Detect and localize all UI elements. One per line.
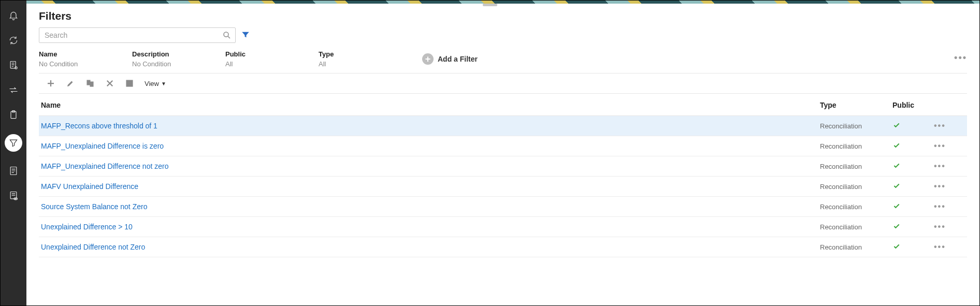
left-nav-sidebar — [1, 1, 26, 305]
filter-col-public[interactable]: Public All — [225, 50, 287, 68]
filter-value: All — [225, 60, 287, 68]
filter-value: All — [319, 60, 381, 68]
filter-col-description[interactable]: Description No Condition — [132, 50, 194, 68]
filter-bar: Name No Condition Description No Conditi… — [39, 45, 967, 74]
duplicate-button[interactable] — [85, 79, 95, 88]
filter-value: No Condition — [39, 60, 101, 68]
arrows-horizontal-icon[interactable] — [8, 84, 19, 96]
row-actions-icon[interactable]: ••• — [934, 242, 965, 252]
clipboard-icon[interactable] — [8, 109, 19, 121]
row-type: Reconciliation — [820, 223, 892, 231]
col-header-public[interactable]: Public — [892, 101, 934, 109]
add-filter-label: Add a Filter — [438, 55, 478, 63]
svg-point-7 — [16, 198, 16, 199]
table-row[interactable]: Source System Balance not ZeroReconcilia… — [39, 197, 967, 217]
filter-name-link[interactable]: MAFP_Unexplained Difference not zero — [41, 162, 168, 170]
view-label: View — [145, 80, 159, 88]
filter-name-link[interactable]: Unexplained Difference > 10 — [41, 223, 133, 231]
row-actions-icon[interactable]: ••• — [934, 222, 965, 231]
svg-rect-9 — [87, 80, 90, 85]
filter-col-name[interactable]: Name No Condition — [39, 50, 101, 68]
edit-button[interactable] — [66, 79, 75, 88]
caret-down-icon: ▼ — [161, 81, 166, 86]
row-public-check-icon — [892, 182, 934, 191]
delete-button[interactable] — [105, 79, 114, 88]
row-public-check-icon — [892, 202, 934, 211]
filter-label: Description — [132, 50, 194, 58]
svg-point-8 — [224, 32, 228, 37]
row-actions-icon[interactable]: ••• — [934, 121, 965, 130]
filter-name-link[interactable]: Unexplained Difference not Zero — [41, 243, 145, 251]
new-button[interactable] — [46, 79, 55, 88]
publish-button[interactable] — [125, 79, 134, 88]
table-row[interactable]: MAFV Unexplained DifferenceReconciliatio… — [39, 177, 967, 197]
table-row[interactable]: MAFP_Unexplained Difference is zeroRecon… — [39, 136, 967, 156]
row-type: Reconciliation — [820, 183, 892, 191]
filter-label: Name — [39, 50, 101, 58]
document-gear-icon[interactable] — [8, 60, 19, 71]
grid-header-row: Name Type Public — [39, 94, 967, 116]
add-filter-button[interactable]: + Add a Filter — [422, 53, 478, 65]
row-type: Reconciliation — [820, 203, 892, 211]
funnel-icon[interactable] — [5, 134, 22, 152]
row-public-check-icon — [892, 142, 934, 151]
filter-name-link[interactable]: MAFP_Recons above threshold of 1 — [41, 122, 157, 130]
table-row[interactable]: Unexplained Difference > 10Reconciliatio… — [39, 217, 967, 237]
row-actions-icon[interactable]: ••• — [934, 182, 965, 191]
panel-drag-handle[interactable] — [483, 4, 497, 6]
document-list-icon[interactable] — [8, 165, 19, 177]
filter-label: Public — [225, 50, 287, 58]
filter-bar-more-icon[interactable]: ••• — [954, 52, 967, 63]
table-row[interactable]: Unexplained Difference not ZeroReconcili… — [39, 237, 967, 257]
col-header-actions — [934, 101, 965, 109]
bell-icon[interactable] — [8, 10, 19, 21]
search-icon[interactable] — [222, 31, 232, 41]
filter-name-link[interactable]: Source System Balance not Zero — [41, 202, 147, 211]
page-title: Filters — [39, 10, 967, 22]
svg-point-1 — [15, 67, 17, 69]
row-public-check-icon — [892, 223, 934, 231]
row-actions-icon[interactable]: ••• — [934, 141, 965, 151]
row-type: Reconciliation — [820, 163, 892, 170]
table-row[interactable]: MAFP_Unexplained Difference not zeroReco… — [39, 156, 967, 177]
filter-col-type[interactable]: Type All — [319, 50, 381, 68]
row-public-check-icon — [892, 122, 934, 130]
view-menu[interactable]: View ▼ — [145, 80, 166, 88]
filter-label: Type — [319, 50, 381, 58]
row-type: Reconciliation — [820, 122, 892, 130]
col-header-type[interactable]: Type — [820, 101, 892, 109]
sync-icon[interactable] — [8, 35, 19, 46]
plus-circle-icon: + — [422, 53, 434, 65]
row-type: Reconciliation — [820, 142, 892, 150]
svg-rect-10 — [90, 82, 93, 86]
row-type: Reconciliation — [820, 243, 892, 251]
filter-value: No Condition — [132, 60, 194, 68]
main-content: Filters Name No Condition Description No… — [26, 1, 979, 305]
col-header-name[interactable]: Name — [41, 101, 820, 109]
row-actions-icon[interactable]: ••• — [934, 202, 965, 211]
grid-toolbar: View ▼ — [39, 74, 967, 94]
filter-toggle-icon[interactable] — [241, 30, 250, 41]
row-public-check-icon — [892, 162, 934, 171]
row-public-check-icon — [892, 243, 934, 252]
table-row[interactable]: MAFP_Recons above threshold of 1Reconcil… — [39, 116, 967, 136]
row-actions-icon[interactable]: ••• — [934, 162, 965, 171]
filter-name-link[interactable]: MAFV Unexplained Difference — [41, 182, 138, 191]
filter-name-link[interactable]: MAFP_Unexplained Difference is zero — [41, 142, 164, 150]
document-eye-icon[interactable] — [8, 190, 19, 201]
filters-grid: Name Type Public MAFP_Recons above thres… — [39, 94, 967, 257]
search-input[interactable] — [39, 27, 236, 43]
